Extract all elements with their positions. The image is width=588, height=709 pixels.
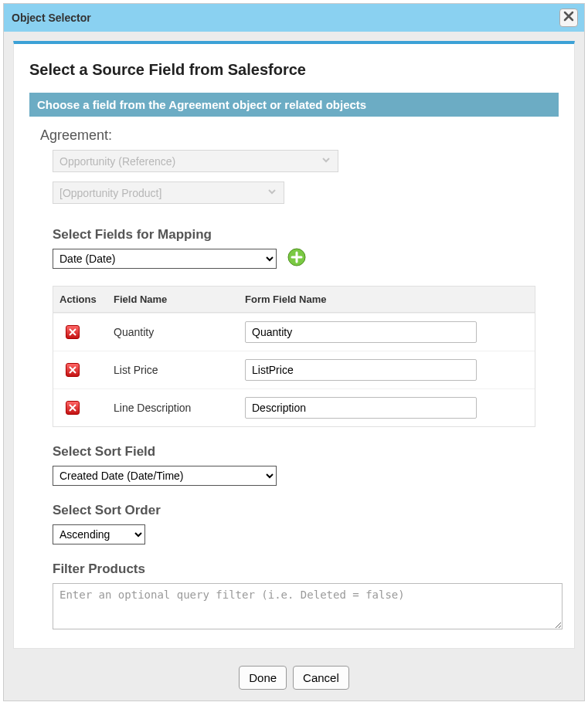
plus-icon [287,248,306,270]
form-field-input[interactable] [245,321,477,343]
form-field-input[interactable] [245,359,477,381]
delete-icon [69,402,76,414]
page-heading: Select a Source Field from Salesforce [29,61,559,79]
agreement-select-2-value: [Opportunity Product] [59,187,161,199]
instruction-banner: Choose a field from the Agreement object… [29,93,559,117]
mapping-label: Select Fields for Mapping [53,227,559,243]
col-header-form-field-name: Form Field Name [239,287,535,312]
close-icon [563,11,574,25]
col-header-field-name: Field Name [107,287,239,312]
table-header: Actions Field Name Form Field Name [53,287,535,313]
add-field-button[interactable] [287,249,306,268]
field-name-cell: Line Description [107,394,239,422]
field-name-cell: List Price [107,356,239,384]
content-panel: Select a Source Field from Salesforce Ch… [13,41,575,649]
table-row: List Price [53,351,535,388]
field-name-cell: Quantity [107,318,239,346]
chevron-down-icon [321,154,331,168]
agreement-select-2[interactable]: [Opportunity Product] [53,181,284,204]
mapping-field-select[interactable]: Date (Date) [53,249,277,269]
delete-icon [69,326,76,338]
table-row: Quantity [53,313,535,351]
agreement-label: Agreement: [40,127,559,144]
titlebar: Object Selector [4,4,584,32]
filter-label: Filter Products [53,561,559,577]
fields-table: Actions Field Name Form Field Name Quant… [53,286,535,427]
dialog-window: Object Selector Select a Source Field fr… [3,3,585,701]
chevron-down-icon [267,186,277,199]
delete-row-button[interactable] [66,325,80,339]
agreement-select-1[interactable]: Opportunity (Reference) [53,150,338,172]
col-header-actions: Actions [53,287,107,312]
content-outer: Select a Source Field from Salesforce Ch… [4,32,584,658]
sort-field-select[interactable]: Created Date (Date/Time) [53,466,277,486]
sort-order-label: Select Sort Order [53,503,559,518]
done-button[interactable]: Done [239,666,287,690]
close-button[interactable] [559,8,578,27]
delete-row-button[interactable] [66,363,80,377]
form-field-input[interactable] [245,397,477,419]
agreement-select-1-value: Opportunity (Reference) [59,155,175,168]
sort-order-select[interactable]: Ascending [53,524,145,544]
cancel-button[interactable]: Cancel [293,666,349,690]
delete-row-button[interactable] [66,401,80,415]
window-title: Object Selector [12,12,91,24]
filter-products-input[interactable] [53,583,563,629]
footer-bar: Done Cancel [4,658,584,701]
sort-field-label: Select Sort Field [53,444,559,460]
table-row: Line Description [53,388,535,426]
delete-icon [69,364,76,376]
